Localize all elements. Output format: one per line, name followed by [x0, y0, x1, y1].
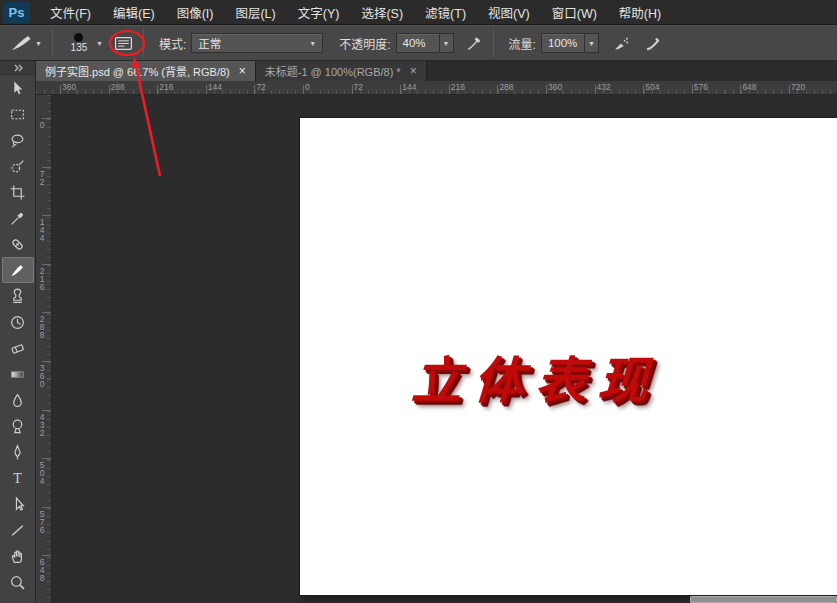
double-chevron-icon [12, 63, 24, 73]
chevron-down-icon: ▼ [96, 40, 103, 47]
document-canvas[interactable]: 立体表现 [300, 118, 837, 595]
hand-tool[interactable] [2, 543, 34, 569]
ruler-label: 432 [597, 82, 611, 92]
blend-mode-value: 正常 [198, 35, 221, 51]
gradient-tool[interactable] [2, 361, 34, 387]
airbrush-icon [612, 35, 630, 52]
ruler-label: 216 [159, 82, 173, 92]
menubar-item-7[interactable]: 视图(V) [477, 0, 541, 25]
ruler-label: 144 [37, 217, 47, 241]
tool-preset-picker-button[interactable]: ▼ [6, 29, 45, 57]
brush-tool[interactable] [2, 257, 34, 283]
ruler-tick [740, 85, 741, 94]
flow-slider-button[interactable]: ▼ [585, 33, 599, 53]
ruler-tick [303, 85, 304, 94]
airbrush-button[interactable] [609, 29, 633, 57]
horizontal-type-tool[interactable]: T [2, 465, 34, 491]
menubar-item-6[interactable]: 滤镜(T) [414, 0, 477, 25]
blur-tool[interactable] [2, 387, 34, 413]
eyedropper-tool[interactable] [2, 205, 34, 231]
ruler-tick [692, 85, 693, 94]
ruler-tick [42, 410, 51, 411]
menubar-item-2[interactable]: 图像(I) [166, 0, 225, 25]
line-shape-tool[interactable] [2, 517, 34, 543]
rectangular-marquee-tool[interactable] [2, 101, 34, 127]
menu-bar: Ps 文件(F)编辑(E)图像(I)图层(L)文字(Y)选择(S)滤镜(T)视图… [0, 0, 837, 25]
tab-close-icon[interactable]: × [410, 66, 417, 77]
brush-tip-preview [74, 33, 83, 42]
ruler-label: 360 [62, 82, 76, 92]
tab-title: 未标题-1 @ 100%(RGB/8) * [265, 63, 401, 79]
ruler-label: 288 [111, 82, 125, 92]
brush-tool-icon [9, 33, 33, 53]
ruler-tick [42, 507, 51, 508]
ruler-label: 288 [499, 82, 513, 92]
tab-close-icon[interactable]: × [239, 66, 246, 77]
menubar-item-9[interactable]: 帮助(H) [608, 0, 672, 25]
brush-preset-picker[interactable]: 135 ▼ [64, 33, 103, 53]
history-brush-tool[interactable] [2, 309, 34, 335]
menubar-item-1[interactable]: 编辑(E) [102, 0, 166, 25]
horizontal-scrollbar-thumb[interactable] [690, 596, 837, 603]
lasso-tool[interactable] [2, 127, 34, 153]
pressure-opacity-button[interactable] [462, 29, 486, 57]
stylus-size-icon [644, 35, 662, 52]
menubar-item-5[interactable]: 选择(S) [350, 0, 414, 25]
document-tab[interactable]: 未标题-1 @ 100%(RGB/8) *× [256, 61, 427, 81]
quick-selection-tool[interactable] [2, 153, 34, 179]
svg-text:T: T [13, 471, 22, 486]
ruler-label: 504 [645, 82, 659, 92]
menubar-item-4[interactable]: 文字(Y) [287, 0, 351, 25]
ruler-tick [352, 85, 353, 94]
menubar-item-0[interactable]: 文件(F) [39, 0, 102, 25]
opacity-slider-button[interactable]: ▼ [440, 33, 454, 53]
ruler-label: 720 [791, 82, 805, 92]
ruler-tick [42, 361, 51, 362]
spot-healing-brush-tool[interactable] [2, 231, 34, 257]
ruler-label: 576 [37, 509, 47, 533]
ruler-tick [789, 85, 790, 94]
ruler-tick [546, 85, 547, 94]
ruler-tick [109, 85, 110, 94]
ruler-tick [60, 85, 61, 94]
ruler-label: 648 [37, 557, 47, 581]
opacity-dropdown[interactable]: 40% [396, 33, 440, 53]
ruler-label: 72 [37, 169, 47, 185]
ruler-label: 216 [37, 266, 47, 290]
blend-mode-dropdown[interactable]: 正常 ▼ [191, 33, 323, 53]
tools-panel: T [0, 61, 36, 603]
toggle-brush-panel-button[interactable] [111, 29, 136, 57]
menubar-item-3[interactable]: 图层(L) [224, 0, 286, 25]
move-tool[interactable] [2, 75, 34, 101]
separator [493, 29, 494, 57]
pressure-size-button[interactable] [641, 29, 665, 57]
eraser-tool[interactable] [2, 335, 34, 361]
vertical-ruler: 072144216288360432504576648720 [36, 95, 52, 603]
ruler-label: 648 [742, 82, 756, 92]
ruler-tick [206, 85, 207, 94]
path-selection-tool[interactable] [2, 491, 34, 517]
dodge-tool[interactable] [2, 413, 34, 439]
ruler-tick [449, 85, 450, 94]
ruler-tick [497, 85, 498, 94]
ruler-label: 144 [208, 82, 222, 92]
zoom-tool[interactable] [2, 569, 34, 595]
ruler-label: 144 [402, 82, 416, 92]
menubar-item-8[interactable]: 窗口(W) [541, 0, 608, 25]
ruler-tick [42, 118, 51, 119]
brush-panel-icon [114, 35, 133, 52]
opacity-label: 不透明度: [339, 35, 390, 52]
crop-tool[interactable] [2, 179, 34, 205]
document-tab[interactable]: 例子实图.psd @ 66.7% (背景, RGB/8)× [36, 61, 256, 81]
horizontal-ruler: 3602882161447207214421628836043250457664… [36, 81, 837, 95]
ruler-tick [42, 312, 51, 313]
clone-stamp-tool[interactable] [2, 283, 34, 309]
chevron-down-icon: ▼ [301, 40, 316, 47]
ruler-label: 72 [256, 82, 265, 92]
ruler-tick [42, 458, 51, 459]
flow-dropdown[interactable]: 100% [541, 33, 585, 53]
tools-panel-collapse-button[interactable] [0, 61, 35, 75]
canvas-area[interactable]: 立体表现 [52, 95, 837, 603]
pen-tool[interactable] [2, 439, 34, 465]
ruler-label: 504 [37, 460, 47, 484]
